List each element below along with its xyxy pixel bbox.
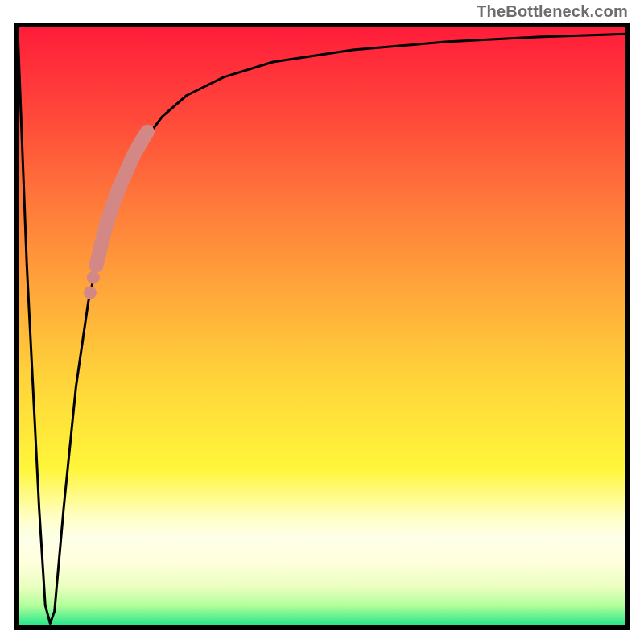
highlight-dot <box>84 287 97 299</box>
watermark-text: TheBottleneck.com <box>477 3 628 19</box>
main-curve-path <box>18 26 626 624</box>
chart-svg <box>14 23 630 630</box>
highlight-dot <box>87 271 100 284</box>
plot-area <box>14 23 630 630</box>
highlight-segment-path <box>97 132 147 266</box>
chart-frame: TheBottleneck.com <box>0 0 644 644</box>
